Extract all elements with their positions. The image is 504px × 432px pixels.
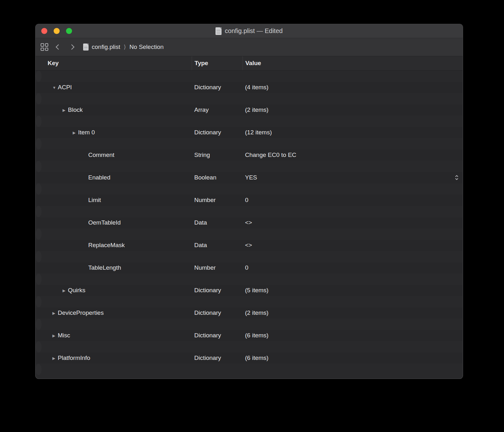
row-type[interactable]: Dictionary [42, 73, 45, 80]
row-type[interactable]: Data [83, 208, 85, 215]
disclosure-triangle-icon[interactable]: ▶ [63, 288, 68, 293]
row-value[interactable]: (8 items) [45, 73, 47, 80]
table-row[interactable]: ▶PlatformInfoDictionary(6 items) [36, 353, 463, 364]
table-row[interactable]: EnabledBooleanYES [36, 172, 463, 184]
boolean-stepper-icon[interactable] [455, 174, 459, 181]
row-value[interactable]: <4543305f> [85, 186, 88, 192]
disclosure-triangle-icon[interactable]: ▶ [63, 108, 68, 112]
disclosure-triangle-icon[interactable]: ▶ [52, 311, 58, 315]
row-type[interactable]: Dictionary [192, 309, 242, 316]
row-type[interactable]: String [192, 152, 242, 159]
table-row[interactable]: ▼RootDictionary(8 items) [36, 71, 42, 82]
title-bar[interactable]: config.plist — Edited [36, 24, 463, 38]
row-value[interactable]: (6 items) [242, 332, 463, 339]
table-row[interactable]: OemTableIdData<> [36, 217, 463, 229]
row-value[interactable]: <45435f5f> [85, 231, 88, 238]
minimize-button[interactable] [54, 28, 60, 34]
row-type[interactable]: Number [83, 253, 85, 260]
column-header-key[interactable]: Key [36, 56, 192, 70]
row-type[interactable]: Boolean [192, 174, 242, 181]
table-row[interactable]: ▼PatchArray(2 items) [36, 116, 42, 127]
row-type[interactable]: Array [192, 106, 242, 113]
table-row[interactable]: ▶BlockArray(2 items) [36, 105, 463, 116]
back-button[interactable] [56, 44, 61, 50]
table-row[interactable]: ReplaceMaskData<> [36, 240, 463, 251]
table-row[interactable]: FindData<4543305f> [36, 183, 42, 195]
row-value[interactable]: (1 item) [65, 95, 68, 102]
table-row[interactable]: CountNumber0 [36, 161, 42, 172]
column-header-value[interactable]: Value [242, 56, 463, 70]
row-value[interactable]: <> [242, 219, 463, 226]
table-row[interactable]: ▶Item 0Dictionary(12 items) [36, 127, 463, 138]
breadcrumb-selection[interactable]: No Selection [129, 44, 164, 51]
row-value[interactable]: (4 items) [242, 84, 463, 91]
row-type[interactable]: Dictionary [192, 287, 242, 294]
row-type[interactable]: Dictionary [73, 140, 75, 147]
row-value[interactable]: (2 items) [242, 106, 463, 113]
table-row[interactable]: ▶NVRAMDictionary(6 items) [36, 341, 42, 353]
row-value[interactable]: (12 items) [242, 129, 463, 136]
row-type[interactable]: Data [192, 219, 242, 226]
row-value[interactable]: (6 items) [242, 354, 463, 361]
row-type[interactable]: Array [63, 118, 65, 125]
table-row[interactable]: ▶QuirksDictionary(5 items) [36, 285, 463, 296]
table-row[interactable]: LimitNumber0 [36, 195, 463, 206]
row-type[interactable]: Dictionary [192, 354, 242, 361]
table-row[interactable]: ▶KernelDictionary(5 items) [36, 319, 42, 330]
row-value[interactable]: <> [242, 242, 463, 249]
row-value[interactable]: 0 [85, 163, 88, 170]
row-type[interactable]: Data [83, 276, 85, 283]
row-type[interactable]: Data [192, 242, 242, 249]
disclosure-triangle-icon[interactable]: ▼ [52, 85, 58, 90]
row-type[interactable]: Array [63, 95, 65, 102]
row-type[interactable]: Dictionary [52, 298, 55, 305]
row-type[interactable]: Dictionary [52, 366, 55, 373]
table-row[interactable]: SkipNumber0 [36, 251, 42, 262]
table-row[interactable]: MaskData<> [36, 206, 42, 217]
disclosure-triangle-icon[interactable]: ▶ [73, 131, 78, 135]
table-row[interactable]: TableSignatureData<> [36, 273, 42, 285]
row-value[interactable]: (5 items) [242, 287, 463, 294]
row-type[interactable]: Number [192, 264, 242, 271]
table-row[interactable]: TableLengthNumber0 [36, 262, 463, 274]
row-value[interactable]: YES [242, 174, 463, 181]
table-row[interactable]: ▼ACPIDictionary(4 items) [36, 82, 463, 93]
row-type[interactable]: Dictionary [52, 343, 55, 350]
zoom-button[interactable] [66, 28, 72, 34]
row-value[interactable]: Change EC0 to EC [242, 152, 463, 159]
table-row[interactable]: ▶UEFIDictionary(5 items) [36, 364, 42, 375]
row-value[interactable]: 0 [242, 197, 463, 204]
disclosure-triangle-icon[interactable]: ▶ [52, 334, 58, 338]
row-value[interactable]: (2 items) [242, 309, 463, 316]
table-row[interactable]: ▼Item 1Dictionary(12 items) [36, 138, 42, 150]
table-row[interactable]: ReplaceData<45435f5f> [36, 228, 42, 240]
disclosure-triangle-icon[interactable]: ▶ [52, 356, 58, 361]
column-header-type[interactable]: Type [192, 56, 242, 70]
row-value[interactable]: (2 items) [55, 298, 57, 305]
row-value[interactable]: (2 items) [65, 118, 68, 125]
table-row[interactable]: ▶AddArray(1 item) [36, 93, 42, 105]
row-type[interactable]: Dictionary [192, 332, 242, 339]
row-type[interactable]: Dictionary [192, 84, 242, 91]
row-type[interactable]: Data [83, 231, 85, 238]
row-type[interactable]: Number [192, 197, 242, 204]
row-value[interactable]: <> [85, 276, 88, 283]
table-row[interactable]: ▶BooterDictionary(2 items) [36, 296, 42, 307]
table-row[interactable]: CommentStringChange EC0 to EC [36, 150, 463, 161]
related-items-icon[interactable] [41, 43, 48, 51]
row-type[interactable]: Dictionary [52, 321, 55, 328]
table-row[interactable]: ▶MiscDictionary(6 items) [36, 330, 463, 341]
row-value[interactable]: 0 [85, 253, 88, 260]
row-value[interactable]: (12 items) [75, 140, 78, 147]
breadcrumb-file[interactable]: config.plist [92, 44, 120, 51]
close-button[interactable] [41, 28, 47, 34]
row-value[interactable]: 0 [242, 264, 463, 271]
forward-button[interactable] [69, 44, 75, 50]
row-type[interactable]: Data [83, 186, 85, 192]
row-value[interactable]: <> [85, 208, 88, 215]
table-row[interactable]: ▶DevicePropertiesDictionary(2 items) [36, 307, 463, 319]
row-value[interactable]: (5 items) [55, 366, 57, 373]
row-value[interactable]: (6 items) [55, 343, 57, 350]
row-type[interactable]: Number [83, 163, 85, 170]
row-value[interactable]: (5 items) [55, 321, 57, 328]
